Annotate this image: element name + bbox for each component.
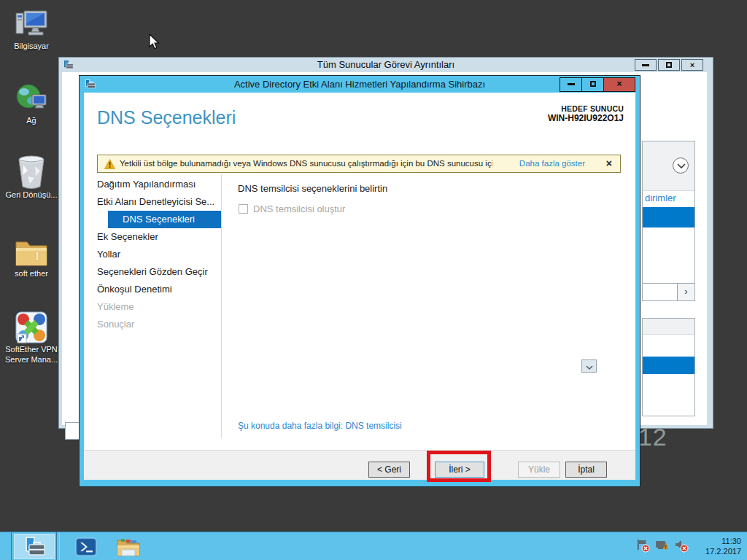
- maximize-button[interactable]: [658, 59, 680, 71]
- details-panel: dirimler ›: [642, 141, 695, 301]
- more-info-link[interactable]: Şu konuda daha fazla bilgi: DNS temsilci…: [238, 421, 402, 431]
- softether-app-icon: [0, 309, 63, 344]
- start-corner[interactable]: [0, 532, 12, 560]
- server-manager-icon: [63, 60, 74, 73]
- minimize-icon: [642, 64, 649, 66]
- warning-icon: [104, 159, 115, 172]
- taskbar-powershell-button[interactable]: [66, 534, 107, 559]
- taskbar-explorer-button[interactable]: [108, 534, 149, 559]
- close-button[interactable]: ×: [681, 59, 703, 71]
- cancel-button[interactable]: İptal: [565, 462, 607, 478]
- nav-item-dagitim-yapilandirmasi[interactable]: Dağıtım Yapılandırması: [97, 176, 221, 193]
- notifications-link-partial[interactable]: dirimler: [645, 192, 676, 203]
- nav-content-divider: [221, 174, 222, 438]
- selected-row-bar[interactable]: [643, 207, 694, 228]
- desktop-icon-label: Geri Dönüşü...: [0, 190, 63, 200]
- taskbar-separator: [56, 532, 57, 560]
- taskbar: 11:30 17.2.2017: [0, 532, 747, 560]
- desktop-icon-recycle-bin[interactable]: Geri Dönüşü...: [0, 155, 63, 200]
- panel-header: [643, 319, 694, 335]
- server-manager-icon: [85, 79, 96, 93]
- page-title: DNS Seçenekleri: [97, 107, 236, 128]
- window-title: Tüm Sunucular Görevi Ayrıntıları: [59, 58, 713, 72]
- computer-icon: [0, 6, 63, 41]
- desktop-icon-network[interactable]: Ağ: [0, 80, 63, 125]
- taskbar-separator: [59, 532, 60, 560]
- nav-item-dns-secenekleri[interactable]: DNS Seçenekleri: [108, 211, 221, 228]
- nav-item-ek-secenekler[interactable]: Ek Seçenekler: [97, 228, 221, 246]
- chevron-down-icon: [586, 365, 593, 370]
- target-server-label: HEDEF SUNUCU: [548, 104, 624, 113]
- desktop-icon-label: soft ether: [0, 268, 63, 279]
- nav-item-onkosul-denetimi[interactable]: Önkoşul Denetimi: [97, 281, 221, 298]
- clock-time: 11:30: [694, 536, 741, 546]
- wizard-title: Active Directory Etki Alanı Hizmetleri Y…: [80, 76, 640, 93]
- desktop-icon-label: Bilgisayar: [0, 41, 63, 51]
- maximize-icon: [666, 62, 672, 68]
- recycle-bin-icon: [0, 155, 63, 190]
- nav-item-secenekleri-gozden-gecir[interactable]: Seçenekleri Gözden Geçir: [97, 263, 221, 281]
- file-explorer-icon: [116, 537, 141, 557]
- maximize-icon: [590, 81, 596, 87]
- dismiss-warning-button[interactable]: ×: [606, 155, 612, 172]
- desktop-icon-label: SoftEther VPN Server Mana...: [0, 344, 63, 365]
- nav-item-yollar[interactable]: Yollar: [97, 246, 221, 263]
- system-tray: [636, 539, 689, 556]
- selected-row-bar[interactable]: [643, 357, 694, 374]
- wizard-nav: Dağıtım Yapılandırması Etki Alanı Denetl…: [97, 176, 221, 333]
- desktop-icon-computer[interactable]: Bilgisayar: [0, 6, 63, 51]
- folder-icon: [0, 233, 63, 268]
- desktop-icon-label: Ağ: [0, 115, 63, 125]
- install-button: Yükle: [518, 462, 560, 478]
- os-watermark: 012: [636, 426, 684, 452]
- warning-text: Yetkili üst bölge bulunamadığı veya Wind…: [120, 155, 492, 172]
- network-globe-icon: [0, 80, 63, 115]
- minimize-button[interactable]: [560, 77, 582, 92]
- desktop-icon-softether[interactable]: SoftEther VPN Server Mana...: [0, 309, 63, 365]
- wizard-button-bar: < Geri İleri > Yükle İptal: [84, 450, 635, 480]
- back-button[interactable]: < Geri: [368, 462, 410, 478]
- desktop: 012 Bilgisayar: [0, 0, 747, 560]
- dns-delegation-checkbox: [239, 204, 248, 214]
- desktop-icon-folder[interactable]: soft ether: [0, 233, 63, 279]
- annotation-highlight-box: [427, 451, 491, 482]
- clock-date: 17.2.2017: [694, 546, 741, 556]
- powershell-icon: [75, 537, 97, 557]
- page-instruction: DNS temsilcisi seçeneklerini belirtin: [238, 183, 387, 194]
- minimize-button[interactable]: [635, 59, 657, 71]
- dropdown-chevron-chip[interactable]: [581, 359, 597, 373]
- filter-input[interactable]: ›: [643, 283, 694, 300]
- window-titlebar[interactable]: Tüm Sunucular Görevi Ayrıntıları ×: [59, 58, 713, 72]
- nav-item-sonuclar: Sonuçlar: [97, 316, 221, 333]
- nav-item-etki-alani-denetleyicisi[interactable]: Etki Alanı Denetleyicisi Se...: [97, 193, 221, 211]
- wizard-body: DNS Seçenekleri HEDEF SUNUCU WIN-H92IU92…: [84, 93, 635, 480]
- tray-flag-icon[interactable]: [636, 539, 650, 556]
- dns-delegation-checkbox-label: DNS temsilcisi oluştur: [253, 203, 345, 214]
- ad-ds-configuration-wizard: Active Directory Etki Alanı Hizmetleri Y…: [79, 75, 640, 487]
- warning-banner: Yetkili üst bölge bulunamadığı veya Wind…: [97, 155, 621, 173]
- collapse-button[interactable]: [673, 158, 689, 174]
- wizard-titlebar[interactable]: Active Directory Etki Alanı Hizmetleri Y…: [80, 76, 640, 93]
- target-server-block: HEDEF SUNUCU WIN-H92IU922O1J: [548, 104, 624, 123]
- panel-header: [643, 141, 694, 191]
- go-button[interactable]: ›: [677, 284, 694, 300]
- details-panel-2: [642, 318, 695, 416]
- tray-network-icon[interactable]: [655, 539, 670, 556]
- server-manager-icon: [23, 537, 46, 557]
- target-server-name: WIN-H92IU922O1J: [548, 113, 624, 123]
- minimize-icon: [568, 83, 575, 85]
- close-button[interactable]: ×: [603, 77, 635, 92]
- tray-volume-icon[interactable]: [675, 539, 689, 556]
- taskbar-clock[interactable]: 11:30 17.2.2017: [694, 536, 741, 556]
- maximize-button[interactable]: [581, 77, 604, 92]
- taskbar-server-manager-button[interactable]: [14, 534, 55, 559]
- nav-item-yukleme: Yükleme: [97, 298, 221, 316]
- chevron-down-icon: [677, 163, 686, 169]
- dns-delegation-checkbox-row: DNS temsilcisi oluştur: [239, 203, 345, 214]
- show-more-link[interactable]: Daha fazla göster: [519, 155, 585, 172]
- mouse-cursor: [149, 34, 160, 52]
